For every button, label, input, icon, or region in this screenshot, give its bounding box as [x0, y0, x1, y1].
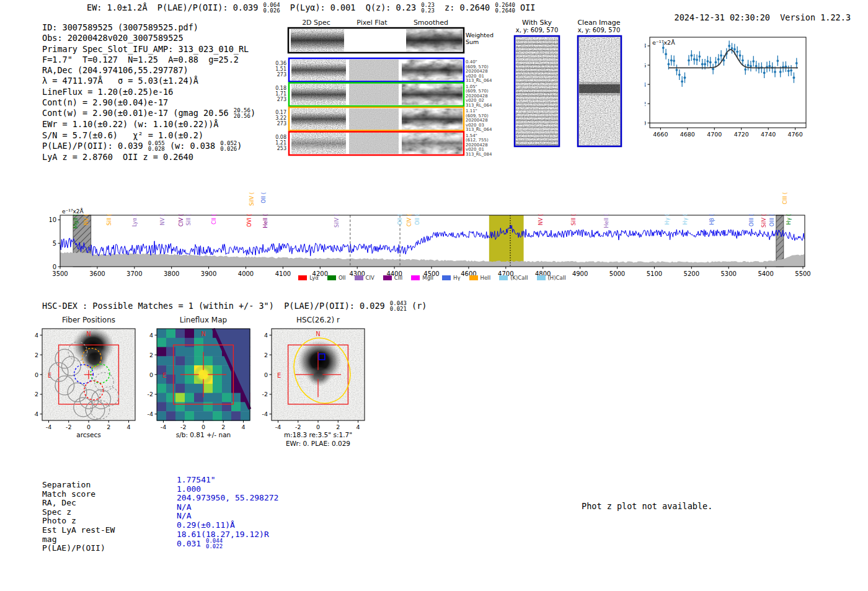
data-point — [704, 63, 706, 66]
legend-swatch — [411, 275, 420, 280]
cutout-xlabel2: EWr: 0. PLAE: 0.029 — [286, 440, 350, 447]
info-line: Cont(n) = 2.90(±0.04)e-17 — [42, 97, 255, 108]
heatmap-cell — [222, 375, 232, 384]
emission-line-label: CIV ( — [178, 214, 184, 226]
stacked-error: 0.0520.026 — [220, 141, 237, 152]
heatmap-cell — [222, 411, 232, 420]
match-row-label: Match score — [42, 489, 95, 499]
row-left-stat: 273 — [277, 72, 286, 78]
tick-label: 4 — [149, 332, 153, 339]
heatmap-cell — [231, 402, 241, 411]
cutout-xlabel: m:18.3 re:3.5" s:1.7" — [284, 431, 352, 438]
legend-item: CIII — [383, 275, 402, 281]
heatmap-cell — [203, 411, 213, 420]
data-point — [793, 76, 795, 79]
info-line: LyA z = 2.8760 OII z = 0.2640 — [42, 152, 255, 162]
tick-label: 8 — [645, 42, 646, 49]
heatmap-cell — [157, 338, 167, 347]
row-right-meta: 313_RL_064 — [466, 103, 492, 108]
data-point — [668, 63, 670, 66]
north-label: N — [201, 331, 205, 337]
line-fit-zoom-plot: 46604680470047204740476002468e⁻¹⁷x2Å — [645, 30, 818, 141]
emission-line-label: CIII ( — [782, 192, 788, 204]
heatmap-cell — [185, 365, 195, 375]
data-point — [715, 61, 717, 63]
weighted-sum-label: Sum — [466, 38, 479, 45]
data-point — [755, 65, 758, 68]
stacked-error: 0.0550.028 — [148, 141, 165, 152]
info-line: Obs: 20200428v020_3007589525 — [42, 33, 255, 43]
heatmap-cell — [194, 347, 204, 357]
heatmap-cell — [194, 411, 204, 420]
data-point — [698, 55, 701, 58]
cutout-title: Fiber Positions — [62, 316, 115, 324]
data-point — [736, 50, 738, 53]
heatmap-cell — [222, 393, 232, 402]
info-line: EWr = 1.10(±0.22) (w: 1.10(±0.22))Å — [42, 119, 255, 130]
tick-label: 0 — [87, 424, 91, 430]
heatmap-cell — [175, 365, 185, 375]
legend-swatch — [499, 275, 508, 280]
info-line: S/N = 5.7(±0.6) χ² = 1.0(±0.2) — [42, 130, 255, 141]
photz-notice: Phot z plot not available. — [582, 501, 712, 511]
legend-swatch — [383, 275, 392, 280]
heatmap-cell — [203, 384, 213, 393]
legend-swatch — [442, 275, 451, 280]
row-left-stat: 253 — [277, 146, 286, 151]
data-point — [712, 68, 714, 70]
legend-item: HeII — [469, 275, 491, 281]
spec2d-panel: 2D SpecPixel FlatSmoothedWeightedSum0.36… — [273, 17, 521, 160]
emission-line-label: OII ( — [397, 214, 403, 225]
match-row-value: 0.29(±0.11)Å — [177, 520, 235, 530]
heatmap-cell — [185, 411, 195, 420]
tick-label: -2 — [148, 391, 153, 398]
stacked-error: 0.0640.026 — [263, 2, 280, 14]
cutout-xlabel: arcsecs — [76, 431, 100, 438]
full-spectrum-plot: 3500360037003800390040004100420043004400… — [50, 162, 822, 282]
heatmap-cell — [203, 402, 213, 411]
data-point — [717, 58, 720, 61]
header-stats-line: EW: 1.0±1.2Å P(LAE)/P(OII): 0.039 0.0640… — [87, 2, 535, 14]
info-line: RA,Dec (204.974106,55.297787) — [42, 65, 255, 76]
heatmap-cell — [203, 393, 213, 402]
row-left-stat: 0.08 — [275, 135, 286, 140]
tick-label: 4720 — [734, 131, 749, 138]
data-point — [739, 55, 742, 57]
heatmap-cell — [194, 338, 204, 347]
tick-label: 4760 — [788, 131, 803, 138]
row-right-meta: 313_RL_064 — [466, 127, 492, 132]
data-point — [707, 60, 709, 63]
header-datetime: 2024-12-31 02:30:20 Version 1.22.3 — [654, 2, 851, 32]
legend-label: CIII — [394, 275, 402, 281]
heatmap-cell — [157, 402, 167, 411]
heatmap-cell — [213, 411, 223, 420]
heatmap-cell — [175, 329, 185, 338]
data-point — [720, 55, 722, 57]
emission-line-label: OIII ( — [769, 214, 775, 226]
heatmap-cell — [157, 329, 167, 338]
heatmap-cell — [185, 384, 195, 393]
info-line: Primary Spec_Slot_IFU_AMP: 313_023_010_R… — [42, 44, 255, 55]
match-row-label: P(LAE)/P(OII) — [42, 543, 105, 553]
data-point — [676, 69, 678, 71]
row-left-stat: 0.18 — [275, 86, 286, 91]
heatmap-cell — [175, 384, 185, 393]
data-point — [696, 59, 698, 61]
stacked-error: 0.230.23 — [421, 2, 435, 14]
tick-label: 2 — [645, 100, 646, 107]
sky-panels: With Skyx, y: 609, 570Clean Imagex, y: 6… — [507, 17, 631, 151]
match-row-value: 1.000 — [177, 484, 201, 494]
emission-line-label: Hβ ( — [709, 214, 715, 225]
heatmap-cell — [194, 402, 204, 411]
data-point — [733, 48, 736, 51]
legend-label: HeII — [480, 275, 491, 281]
cutout-xlabel: s/b: 0.81 +/- nan — [176, 431, 231, 438]
row-left-stat: 273 — [277, 97, 286, 102]
tick-label: -4 — [46, 424, 51, 430]
emission-line-label: CII ( — [211, 214, 217, 224]
tick-label: 4 — [356, 424, 360, 430]
tick-label: 2 — [221, 424, 225, 430]
heatmap-cell — [166, 365, 176, 375]
info-line: F=1.7" T=0.127 N=1.25 A=0.88 g=25.2 — [42, 55, 255, 65]
flux-units-annotation: e⁻¹⁷x2Å — [62, 208, 84, 215]
